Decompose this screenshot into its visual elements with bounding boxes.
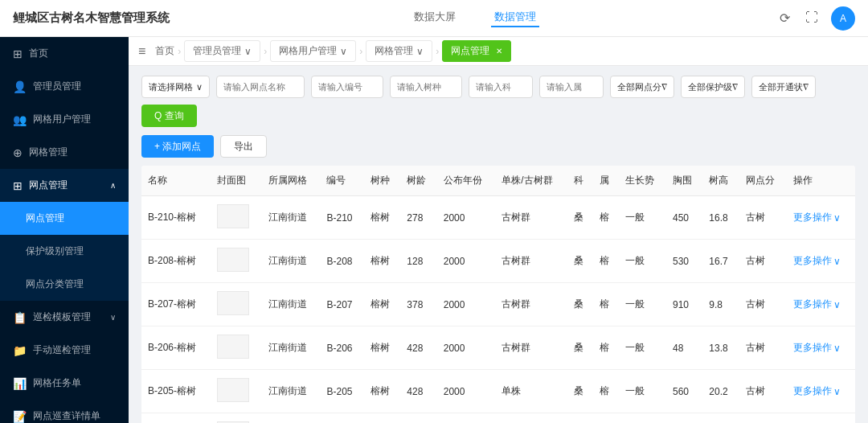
cell-tree-type: 榕树 — [364, 196, 400, 240]
cell-shu: 榕 — [593, 196, 619, 240]
sidebar-item-admin-label: 管理员管理 — [33, 80, 81, 93]
cell-code: B-206 — [320, 326, 364, 370]
cell-year: 2000 — [437, 283, 496, 326]
cell-height: 14.2 — [702, 413, 739, 424]
cell-ops[interactable]: 更多操作 ∨ — [787, 370, 855, 413]
sidebar-item-patrol-detail[interactable]: 📝 网点巡查详情单 — [0, 400, 129, 423]
col-year: 公布年份 — [437, 166, 496, 196]
cell-single-group: 古树群 — [495, 326, 567, 370]
cell-chest: 48 — [666, 326, 702, 370]
cell-year: 2000 — [437, 370, 496, 413]
refresh-icon[interactable]: ⟳ — [780, 10, 796, 27]
cell-ops[interactable]: 更多操作 ∨ — [787, 240, 855, 283]
cell-ops[interactable]: 更多操作 ∨ — [787, 413, 855, 424]
cell-ops[interactable]: 更多操作 ∨ — [787, 196, 855, 240]
ke-input[interactable] — [469, 76, 533, 98]
col-shu: 属 — [593, 166, 619, 196]
sidebar-item-protection-level[interactable]: 保护级别管理 — [0, 235, 129, 268]
sidebar-item-home[interactable]: ⊞ 首页 — [0, 37, 129, 70]
cell-height: 9.8 — [702, 283, 739, 326]
tree-type-input[interactable] — [390, 76, 462, 98]
cell-name: B-208-榕树 — [141, 240, 211, 283]
sidebar-item-grid-user[interactable]: 👥 网格用户管理 — [0, 103, 129, 136]
sidebar-item-node-category[interactable]: 网点分类管理 — [0, 268, 129, 301]
cell-year: 2000 — [437, 240, 496, 283]
sidebar-item-admin[interactable]: 👤 管理员管理 — [0, 70, 129, 103]
ops-chevron-icon: ∨ — [833, 212, 841, 224]
patrol-template-icon: 📋 — [13, 311, 27, 324]
avatar[interactable]: A — [831, 6, 855, 31]
node-chevron-icon: ∧ — [110, 181, 116, 190]
ops-chevron-icon: ∨ — [833, 386, 841, 397]
cell-name: B-204-榕树 — [141, 413, 211, 424]
breadcrumb-tab-node-manage[interactable]: 网点管理 ✕ — [442, 40, 511, 62]
network-select-dropdown-icon: ∨ — [196, 82, 203, 92]
sidebar-group-node-header[interactable]: ⊞ 网点管理 ∧ — [0, 169, 129, 202]
cell-tree-type: 榕树 — [364, 326, 400, 370]
nav-data-manage[interactable]: 数据管理 — [491, 10, 539, 27]
breadcrumb-dropdown2-icon: ∨ — [340, 46, 347, 57]
cell-age: 428 — [400, 370, 436, 413]
breadcrumb-tab-grid-user[interactable]: 网格用户管理 ∨ — [270, 40, 356, 62]
cell-ops[interactable]: 更多操作 ∨ — [787, 326, 855, 370]
cell-ops[interactable]: 更多操作 ∨ — [787, 283, 855, 326]
cell-growth: 一般 — [619, 283, 666, 326]
open-status-select[interactable]: 全部开通状∇ — [751, 76, 816, 98]
breadcrumb-tab-admin[interactable]: 管理员管理 ∨ — [184, 40, 260, 62]
export-button[interactable]: 导出 — [220, 135, 267, 158]
sidebar-toggle-icon[interactable]: ≡ — [138, 44, 145, 59]
breadcrumb-sep-1: › — [178, 46, 181, 57]
cell-network: 江南街道 — [262, 196, 321, 240]
sidebar-item-grid-task[interactable]: 📊 网格任务单 — [0, 367, 129, 400]
add-node-button[interactable]: + 添加网点 — [141, 135, 214, 158]
fullscreen-icon[interactable]: ⛶ — [805, 10, 821, 27]
sidebar: ⊞ 首页 👤 管理员管理 👥 网格用户管理 ⊕ 网格管理 ⊞ 网点管理 ∧ — [0, 37, 129, 423]
more-ops-button[interactable]: 更多操作 ∨ — [793, 254, 849, 268]
cell-shu: 榕 — [593, 326, 619, 370]
more-ops-button[interactable]: 更多操作 ∨ — [793, 211, 849, 224]
cell-ke: 桑 — [567, 240, 593, 283]
node-name-input[interactable] — [216, 76, 305, 98]
sidebar-item-grid-manage-label: 网格管理 — [29, 146, 68, 159]
more-ops-button[interactable]: 更多操作 ∨ — [793, 341, 849, 355]
cell-growth: 一般 — [619, 196, 666, 240]
sidebar-item-grid-manage[interactable]: ⊕ 网格管理 — [0, 136, 129, 169]
protection-level-select[interactable]: 全部保护级∇ — [681, 76, 745, 98]
cell-age: 128 — [400, 240, 436, 283]
cell-ke: 桑 — [567, 370, 593, 413]
cell-growth: 一般 — [619, 370, 666, 413]
cell-height: 16.7 — [702, 240, 739, 283]
cell-age: 128 — [400, 413, 436, 424]
breadcrumb-close-icon[interactable]: ✕ — [496, 47, 502, 55]
cell-year: 2000 — [437, 196, 496, 240]
col-cover: 封面图 — [211, 166, 262, 196]
shu-input[interactable] — [539, 76, 604, 98]
sidebar-item-manual-patrol[interactable]: 📁 手动巡检管理 — [0, 334, 129, 367]
nav-data-screen[interactable]: 数据大屏 — [411, 10, 459, 27]
table-row: B-208-榕树 江南街道 B-208 榕树 128 2000 古树群 桑 榕 … — [141, 240, 855, 283]
cell-ke: 桑 — [567, 326, 593, 370]
search-button[interactable]: Q 查询 — [141, 105, 197, 127]
sidebar-item-node-list[interactable]: 网点管理 — [0, 202, 129, 235]
breadcrumb-home[interactable]: 首页 — [155, 44, 174, 58]
node-no-input[interactable] — [311, 76, 383, 98]
more-ops-button[interactable]: 更多操作 ∨ — [793, 384, 849, 398]
ops-chevron-icon: ∨ — [833, 299, 841, 310]
cell-age: 278 — [400, 196, 436, 240]
node-score-select[interactable]: 全部网点分∇ — [610, 76, 674, 98]
table-row: B-210-榕树 江南街道 B-210 榕树 278 2000 古树群 桑 榕 … — [141, 196, 855, 240]
sidebar-item-patrol-template[interactable]: 📋 巡检模板管理 ∨ — [0, 301, 129, 334]
grid-manage-icon: ⊕ — [13, 146, 23, 159]
network-select[interactable]: 请选择网格 ∨ — [141, 76, 210, 98]
cell-single-group: 古树群 — [495, 196, 567, 240]
cell-cover — [211, 326, 262, 370]
table-row: B-205-榕树 江南街道 B-205 榕树 428 2000 单株 桑 榕 一… — [141, 370, 855, 413]
ops-chevron-icon: ∨ — [833, 343, 841, 354]
col-chest: 胸围 — [666, 166, 702, 196]
breadcrumb-tab-grid-manage[interactable]: 网格管理 ∨ — [366, 40, 432, 62]
filter-bar: 请选择网格 ∨ 全部网点分∇ 全部保护级∇ 全部开通状∇ Q 查询 — [141, 76, 855, 127]
manual-patrol-icon: 📁 — [13, 344, 27, 357]
cell-ke: 桑 — [567, 413, 593, 424]
more-ops-button[interactable]: 更多操作 ∨ — [793, 298, 849, 311]
action-bar: + 添加网点 导出 — [141, 135, 855, 158]
